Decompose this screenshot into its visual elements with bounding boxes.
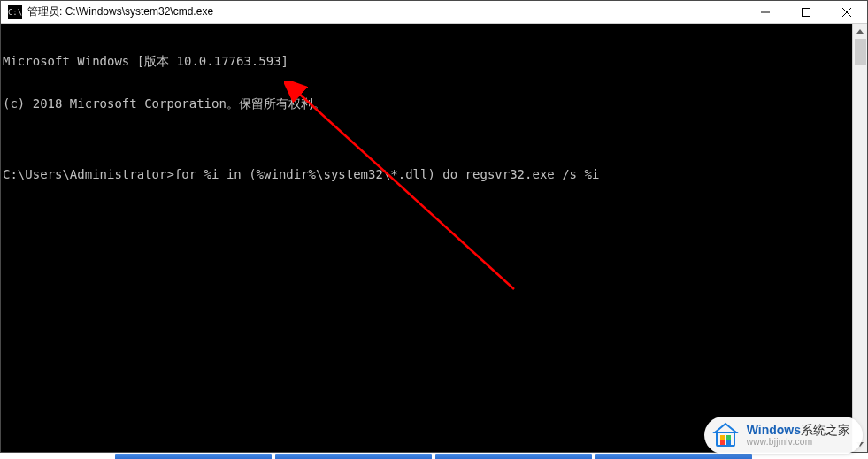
watermark: Windows系统之家 www.bjjmlv.com — [704, 417, 863, 454]
scroll-thumb[interactable] — [855, 39, 866, 65]
svg-rect-11 — [726, 435, 731, 440]
svg-rect-13 — [726, 440, 731, 445]
app-icon: C:\ — [8, 5, 22, 19]
console-command: for %i in (%windir%\system32\*.dll) do r… — [174, 167, 599, 181]
window-controls — [745, 1, 867, 23]
maximize-icon — [802, 8, 810, 17]
watermark-logo-icon — [711, 421, 740, 449]
task-item — [435, 454, 592, 459]
maximize-button[interactable] — [786, 1, 826, 23]
svg-marker-6 — [856, 29, 864, 34]
chevron-up-icon — [856, 29, 864, 34]
console-output[interactable]: Microsoft Windows [版本 10.0.17763.593] (c… — [1, 24, 852, 452]
minimize-button[interactable] — [745, 1, 786, 23]
console-prompt-line: C:\Users\Administrator>for %i in (%windi… — [3, 167, 852, 181]
watermark-url: www.bjjmlv.com — [747, 437, 850, 447]
window-title: 管理员: C:\Windows\system32\cmd.exe — [27, 4, 745, 19]
watermark-brand-en: Windows — [747, 423, 801, 437]
titlebar[interactable]: C:\ 管理员: C:\Windows\system32\cmd.exe — [1, 1, 867, 24]
svg-rect-8 — [717, 432, 734, 446]
close-icon — [842, 8, 851, 17]
task-item — [595, 454, 752, 459]
minimize-icon — [761, 8, 770, 17]
watermark-title: Windows系统之家 — [747, 424, 850, 437]
watermark-text: Windows系统之家 www.bjjmlv.com — [747, 424, 850, 447]
svg-marker-9 — [715, 424, 736, 432]
svg-rect-10 — [720, 435, 725, 440]
vertical-scrollbar[interactable] — [852, 24, 867, 452]
console-line-copyright: (c) 2018 Microsoft Corporation。保留所有权利。 — [3, 96, 852, 111]
svg-rect-1 — [803, 8, 810, 16]
console-prompt: C:\Users\Administrator> — [3, 167, 174, 181]
scroll-up-button[interactable] — [853, 24, 867, 39]
task-item — [275, 454, 432, 459]
svg-rect-12 — [720, 440, 725, 445]
taskbar-fragment — [115, 454, 752, 459]
task-item — [115, 454, 272, 459]
svg-line-3 — [842, 8, 851, 17]
console-line-version: Microsoft Windows [版本 10.0.17763.593] — [3, 54, 852, 68]
client-area: Microsoft Windows [版本 10.0.17763.593] (c… — [1, 24, 867, 452]
watermark-brand-cn: 系统之家 — [801, 423, 850, 437]
cmd-window: C:\ 管理员: C:\Windows\system32\cmd.exe Mic… — [0, 0, 868, 453]
annotation-arrow — [284, 81, 532, 302]
close-button[interactable] — [826, 1, 867, 23]
svg-line-5 — [297, 92, 514, 289]
svg-line-2 — [842, 8, 851, 17]
